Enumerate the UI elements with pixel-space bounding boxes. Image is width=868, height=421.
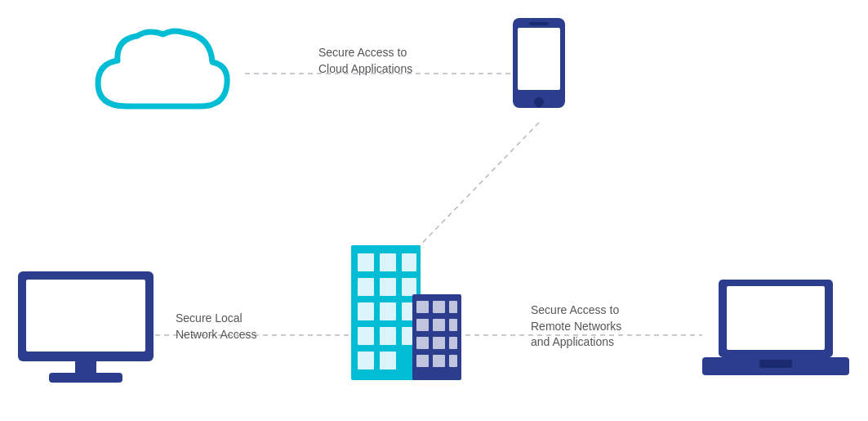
laptop-icon [702,278,849,384]
monitor-icon [16,270,155,384]
building-icon [351,245,465,392]
svg-rect-38 [75,361,96,374]
svg-rect-31 [433,337,445,349]
svg-rect-15 [358,302,374,320]
svg-rect-34 [433,355,445,367]
local-label: Secure Local Network Access [176,311,257,343]
svg-rect-5 [518,28,560,90]
svg-rect-9 [358,253,374,271]
svg-rect-24 [416,301,429,313]
svg-rect-16 [380,302,396,320]
svg-line-1 [408,123,539,258]
remote-label: Secure Access to Remote Networks and App… [531,302,621,351]
svg-rect-43 [759,360,792,368]
svg-rect-19 [380,327,396,345]
local-label-line2: Network Access [176,328,257,341]
cloud-label: Secure Access to Cloud Applications [318,45,412,77]
svg-rect-25 [433,301,445,313]
svg-rect-35 [449,355,457,367]
svg-rect-27 [416,319,429,331]
remote-label-line2: Remote Networks [531,320,621,333]
svg-rect-41 [727,286,825,350]
cloud-icon [82,25,245,131]
svg-rect-30 [416,337,429,349]
remote-label-line1: Secure Access to [531,303,619,316]
svg-rect-28 [433,319,445,331]
svg-rect-7 [529,22,549,25]
svg-point-6 [534,97,544,107]
diagram-container: Secure Access to Cloud Applications Secu… [0,0,868,421]
svg-rect-10 [380,253,396,271]
svg-rect-18 [358,327,374,345]
remote-label-line3: and Applications [531,335,614,348]
svg-rect-32 [449,337,457,349]
svg-rect-29 [449,319,457,331]
cloud-label-line1: Secure Access to [318,46,407,59]
cloud-label-line2: Cloud Applications [318,62,412,75]
svg-rect-21 [358,352,374,369]
svg-rect-14 [402,278,416,296]
svg-rect-12 [358,278,374,296]
svg-rect-37 [26,280,145,352]
phone-icon [506,16,572,123]
svg-rect-33 [416,355,429,367]
svg-rect-22 [380,352,396,369]
svg-rect-39 [49,373,122,383]
svg-rect-26 [449,301,457,313]
svg-rect-13 [380,278,396,296]
local-label-line1: Secure Local [176,311,243,325]
svg-rect-11 [402,253,416,271]
